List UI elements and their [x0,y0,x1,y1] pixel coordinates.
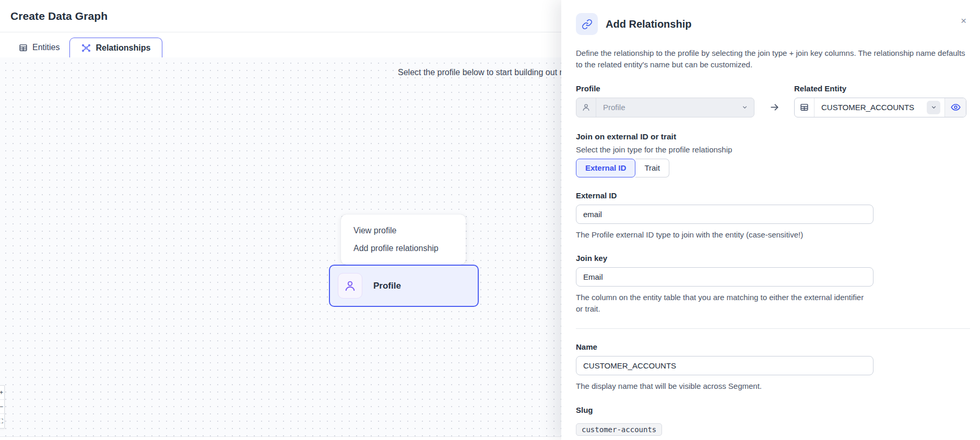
slug-field: Slug customer-accounts Used to reference… [576,406,970,440]
profile-select-field: Profile Profile [576,84,754,117]
join-key-field: Join key The column on the entity table … [576,254,970,315]
slug-label: Slug [576,406,970,414]
external-id-field: External ID The Profile external ID type… [576,191,970,241]
zoom-in-icon[interactable]: + [0,386,4,400]
join-type-subheading: Select the join type for the profile rel… [576,145,970,154]
join-type-heading: Join on external ID or trait [576,132,970,141]
join-type-toggle-group: External ID Trait [576,159,669,177]
external-id-helper: The Profile external ID type to join wit… [576,229,871,241]
person-icon [576,98,596,117]
fit-view-icon[interactable]: ⛶ [0,414,4,428]
related-entity-select[interactable]: CUSTOMER_ACCOUNTS [794,98,966,117]
profile-select-value: Profile [596,103,741,112]
tab-relationships-label: Relationships [96,43,150,53]
join-key-input[interactable] [576,267,873,287]
menu-item-add-profile-relationship[interactable]: Add profile relationship [341,240,466,257]
panel-header: Add Relationship [576,13,970,35]
panel-title: Add Relationship [606,18,691,30]
toggle-external-id[interactable]: External ID [576,159,635,177]
related-entity-field: Related Entity CUSTOMER_ACCOUNTS [794,84,966,117]
profile-node[interactable]: Profile [329,265,479,307]
name-label: Name [576,342,970,351]
flow-controls: + − ⛶ [0,385,5,429]
node-context-menu: View profile Add profile relationship [341,215,466,265]
related-entity-label: Related Entity [794,84,966,93]
close-icon[interactable]: × [961,16,966,26]
arrow-right-icon [754,98,794,117]
table-icon [19,43,28,52]
profile-node-label: Profile [373,281,401,291]
menu-item-view-profile[interactable]: View profile [341,222,466,240]
name-helper: The display name that will be visible ac… [576,380,871,392]
chevron-down-icon [741,104,748,111]
profile-entity-row: Profile Profile Relat [576,84,970,117]
add-relationship-panel: × Add Relationship Define the relationsh… [561,0,980,440]
person-icon [338,273,362,299]
chevron-down-icon [927,101,940,114]
name-input[interactable] [576,356,873,375]
table-icon [795,98,814,117]
join-key-helper: The column on the entity table that you … [576,292,871,315]
preview-entity-button[interactable] [944,98,966,117]
section-divider [576,328,970,329]
external-id-label: External ID [576,191,970,200]
graph-icon [81,43,91,53]
link-icon [576,13,598,35]
tab-relationships[interactable]: Relationships [69,38,162,57]
toggle-trait[interactable]: Trait [635,159,669,177]
slug-value: customer-accounts [576,423,662,436]
name-field: Name The display name that will be visib… [576,342,970,392]
panel-description: Define the relationship to the profile b… [576,47,970,70]
eye-icon [951,102,961,112]
profile-select-label: Profile [576,84,754,93]
page-title: Create Data Graph [10,10,108,22]
zoom-out-icon[interactable]: − [0,400,4,414]
tab-entities-label: Entities [32,43,60,52]
external-id-input[interactable] [576,205,873,224]
profile-select[interactable]: Profile [576,98,754,117]
related-entity-value: CUSTOMER_ACCOUNTS [814,103,927,112]
join-key-label: Join key [576,254,970,263]
tab-entities[interactable]: Entities [9,38,69,57]
